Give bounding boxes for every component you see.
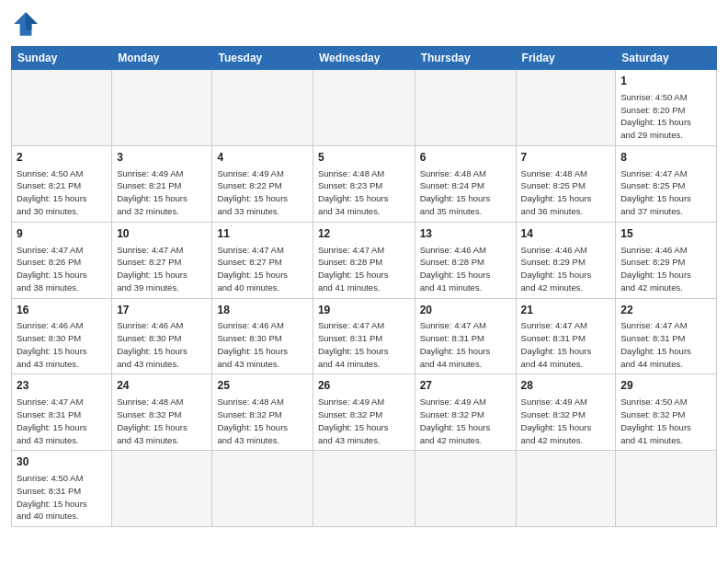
calendar-cell <box>212 70 313 146</box>
day-number: 26 <box>318 378 410 394</box>
day-number: 16 <box>17 303 107 318</box>
logo <box>11 9 44 39</box>
calendar-cell: 7Sunrise: 4:48 AM Sunset: 8:25 PM Daylig… <box>516 145 616 222</box>
calendar-cell: 10Sunrise: 4:47 AM Sunset: 8:27 PM Dayli… <box>112 222 212 298</box>
calendar-cell: 29Sunrise: 4:50 AM Sunset: 8:32 PM Dayli… <box>616 374 717 451</box>
day-number: 7 <box>521 150 611 166</box>
day-number: 9 <box>17 226 107 242</box>
calendar-cell: 18Sunrise: 4:46 AM Sunset: 8:30 PM Dayli… <box>212 298 313 374</box>
day-number: 10 <box>117 226 207 242</box>
day-number: 4 <box>217 150 307 166</box>
calendar-cell <box>112 70 212 146</box>
day-info: Sunrise: 4:48 AM Sunset: 8:25 PM Dayligh… <box>521 167 611 218</box>
day-info: Sunrise: 4:46 AM Sunset: 8:29 PM Dayligh… <box>521 244 611 294</box>
calendar-cell: 27Sunrise: 4:49 AM Sunset: 8:32 PM Dayli… <box>415 374 516 451</box>
weekday-friday: Friday <box>516 47 616 70</box>
day-info: Sunrise: 4:47 AM Sunset: 8:28 PM Dayligh… <box>318 244 410 294</box>
weekday-tuesday: Tuesday <box>212 47 313 70</box>
day-info: Sunrise: 4:48 AM Sunset: 8:24 PM Dayligh… <box>420 167 511 218</box>
calendar-cell: 17Sunrise: 4:46 AM Sunset: 8:30 PM Dayli… <box>112 298 212 374</box>
calendar-cell: 1Sunrise: 4:50 AM Sunset: 8:20 PM Daylig… <box>616 70 717 146</box>
calendar-cell: 13Sunrise: 4:46 AM Sunset: 8:28 PM Dayli… <box>415 222 516 298</box>
day-number: 5 <box>318 150 410 166</box>
calendar-cell: 6Sunrise: 4:48 AM Sunset: 8:24 PM Daylig… <box>415 145 516 222</box>
calendar-cell: 9Sunrise: 4:47 AM Sunset: 8:26 PM Daylig… <box>12 222 112 298</box>
calendar-cell: 21Sunrise: 4:47 AM Sunset: 8:31 PM Dayli… <box>516 298 616 374</box>
weekday-saturday: Saturday <box>616 47 717 70</box>
day-info: Sunrise: 4:48 AM Sunset: 8:23 PM Dayligh… <box>318 167 410 218</box>
weekday-thursday: Thursday <box>415 47 516 70</box>
day-number: 1 <box>620 74 711 89</box>
calendar-cell <box>313 70 415 146</box>
day-info: Sunrise: 4:47 AM Sunset: 8:31 PM Dayligh… <box>521 319 611 370</box>
calendar-cell <box>516 70 616 146</box>
day-info: Sunrise: 4:46 AM Sunset: 8:28 PM Dayligh… <box>420 244 511 294</box>
day-info: Sunrise: 4:50 AM Sunset: 8:20 PM Dayligh… <box>620 91 711 142</box>
calendar-cell: 4Sunrise: 4:49 AM Sunset: 8:22 PM Daylig… <box>212 145 313 222</box>
day-info: Sunrise: 4:50 AM Sunset: 8:32 PM Dayligh… <box>620 396 711 446</box>
day-info: Sunrise: 4:49 AM Sunset: 8:22 PM Dayligh… <box>217 167 307 218</box>
day-info: Sunrise: 4:49 AM Sunset: 8:32 PM Dayligh… <box>420 396 511 446</box>
day-info: Sunrise: 4:46 AM Sunset: 8:30 PM Dayligh… <box>17 319 107 370</box>
calendar-cell: 15Sunrise: 4:46 AM Sunset: 8:29 PM Dayli… <box>616 222 717 298</box>
day-number: 12 <box>318 226 410 242</box>
day-number: 6 <box>420 150 511 166</box>
day-info: Sunrise: 4:48 AM Sunset: 8:32 PM Dayligh… <box>217 396 307 446</box>
calendar-cell: 19Sunrise: 4:47 AM Sunset: 8:31 PM Dayli… <box>313 298 415 374</box>
day-number: 14 <box>521 226 611 242</box>
day-number: 20 <box>420 303 511 318</box>
calendar-cell: 12Sunrise: 4:47 AM Sunset: 8:28 PM Dayli… <box>313 222 415 298</box>
calendar-cell <box>112 451 212 527</box>
calendar-cell: 11Sunrise: 4:47 AM Sunset: 8:27 PM Dayli… <box>212 222 313 298</box>
day-number: 11 <box>217 226 307 242</box>
day-number: 28 <box>521 378 611 394</box>
page-container: SundayMondayTuesdayWednesdayThursdayFrid… <box>0 0 728 536</box>
day-info: Sunrise: 4:47 AM Sunset: 8:31 PM Dayligh… <box>17 396 107 446</box>
weekday-sunday: Sunday <box>12 47 112 70</box>
calendar-cell: 25Sunrise: 4:48 AM Sunset: 8:32 PM Dayli… <box>212 374 313 451</box>
header <box>11 9 717 39</box>
calendar-cell <box>516 451 616 527</box>
day-info: Sunrise: 4:47 AM Sunset: 8:25 PM Dayligh… <box>620 167 711 218</box>
day-number: 23 <box>17 378 107 394</box>
day-info: Sunrise: 4:47 AM Sunset: 8:26 PM Dayligh… <box>17 244 107 294</box>
day-number: 13 <box>420 226 511 242</box>
weekday-wednesday: Wednesday <box>313 47 415 70</box>
day-number: 25 <box>217 378 307 394</box>
calendar-cell: 2Sunrise: 4:50 AM Sunset: 8:21 PM Daylig… <box>12 145 112 222</box>
calendar-cell: 30Sunrise: 4:50 AM Sunset: 8:31 PM Dayli… <box>12 451 112 527</box>
day-number: 21 <box>521 303 611 318</box>
day-info: Sunrise: 4:47 AM Sunset: 8:27 PM Dayligh… <box>217 244 307 294</box>
calendar-cell: 8Sunrise: 4:47 AM Sunset: 8:25 PM Daylig… <box>616 145 717 222</box>
calendar-week-4: 16Sunrise: 4:46 AM Sunset: 8:30 PM Dayli… <box>12 298 717 374</box>
calendar-cell: 5Sunrise: 4:48 AM Sunset: 8:23 PM Daylig… <box>313 145 415 222</box>
day-number: 2 <box>17 150 107 166</box>
day-number: 8 <box>620 150 711 166</box>
calendar-week-3: 9Sunrise: 4:47 AM Sunset: 8:26 PM Daylig… <box>12 222 717 298</box>
day-number: 17 <box>117 303 207 318</box>
day-info: Sunrise: 4:49 AM Sunset: 8:32 PM Dayligh… <box>318 396 410 446</box>
calendar-cell: 22Sunrise: 4:47 AM Sunset: 8:31 PM Dayli… <box>616 298 717 374</box>
calendar-cell: 24Sunrise: 4:48 AM Sunset: 8:32 PM Dayli… <box>112 374 212 451</box>
weekday-header-row: SundayMondayTuesdayWednesdayThursdayFrid… <box>12 47 717 70</box>
calendar-week-6: 30Sunrise: 4:50 AM Sunset: 8:31 PM Dayli… <box>12 451 717 527</box>
day-info: Sunrise: 4:46 AM Sunset: 8:30 PM Dayligh… <box>217 319 307 370</box>
calendar-week-2: 2Sunrise: 4:50 AM Sunset: 8:21 PM Daylig… <box>12 145 717 222</box>
logo-icon <box>11 9 40 39</box>
day-info: Sunrise: 4:47 AM Sunset: 8:31 PM Dayligh… <box>318 319 410 370</box>
calendar-cell: 16Sunrise: 4:46 AM Sunset: 8:30 PM Dayli… <box>12 298 112 374</box>
day-number: 24 <box>117 378 207 394</box>
calendar-cell <box>313 451 415 527</box>
day-number: 27 <box>420 378 511 394</box>
day-number: 3 <box>117 150 207 166</box>
day-info: Sunrise: 4:47 AM Sunset: 8:31 PM Dayligh… <box>620 319 711 370</box>
calendar-cell <box>415 451 516 527</box>
calendar-cell <box>12 70 112 146</box>
day-info: Sunrise: 4:49 AM Sunset: 8:32 PM Dayligh… <box>521 396 611 446</box>
calendar-table: SundayMondayTuesdayWednesdayThursdayFrid… <box>11 46 717 527</box>
calendar-cell: 20Sunrise: 4:47 AM Sunset: 8:31 PM Dayli… <box>415 298 516 374</box>
day-info: Sunrise: 4:50 AM Sunset: 8:21 PM Dayligh… <box>17 167 107 218</box>
calendar-cell: 26Sunrise: 4:49 AM Sunset: 8:32 PM Dayli… <box>313 374 415 451</box>
day-info: Sunrise: 4:46 AM Sunset: 8:29 PM Dayligh… <box>620 244 711 294</box>
day-number: 30 <box>17 454 107 470</box>
